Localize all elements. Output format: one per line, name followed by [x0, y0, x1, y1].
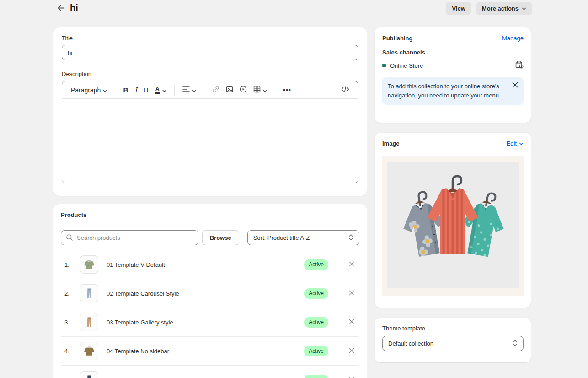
products-heading: Products [61, 211, 359, 218]
table-icon [253, 86, 261, 94]
search-icon [66, 234, 73, 243]
show-html-button[interactable] [339, 84, 352, 96]
chevron-down-icon [263, 86, 267, 94]
image-card: Image Edit [375, 133, 531, 308]
row-index: 1. [64, 261, 75, 268]
chevron-down-icon [103, 86, 107, 94]
more-actions-button[interactable]: More actions [476, 2, 532, 15]
chevron-down-icon [522, 5, 526, 12]
schedule-publish-button[interactable] [515, 61, 524, 70]
remove-product-button[interactable] [347, 318, 356, 326]
theme-template-select[interactable]: Default collection [382, 336, 524, 351]
toolbar-divider [115, 85, 115, 96]
status-badge: Active [304, 375, 328, 378]
browse-button[interactable]: Browse [202, 230, 239, 245]
publishing-heading: Publishing [382, 35, 412, 42]
product-name: 04 Template No sidebar [107, 348, 304, 355]
theme-template-card: Theme template Default collection [375, 318, 531, 362]
close-icon [349, 348, 354, 355]
toolbar-divider [174, 85, 175, 96]
underline-button[interactable]: U [141, 85, 150, 96]
remove-product-button[interactable] [347, 376, 356, 378]
sort-select[interactable]: Sort: Product title A-Z [247, 230, 359, 245]
image-heading: Image [382, 140, 400, 147]
product-thumbnail [80, 255, 98, 274]
status-badge: Active [304, 317, 328, 328]
remove-product-button[interactable] [347, 347, 356, 355]
table-row: 5. 06 Product with right sidebar Active [61, 366, 359, 378]
channel-name: Online Store [390, 62, 423, 69]
product-thumbnail [80, 313, 98, 331]
product-thumbnail [80, 371, 98, 378]
text-color-button[interactable]: A [152, 84, 169, 96]
link-icon [212, 86, 219, 94]
table-row: 1. 01 Template V-Default Active [61, 250, 359, 279]
toolbar-divider [204, 85, 204, 96]
bold-button[interactable]: B [121, 84, 130, 96]
status-badge: Active [304, 259, 328, 270]
navigation-info-banner: To add this collection to your online st… [382, 77, 524, 105]
products-card: Products Browse Sort: Product title A-Z … [53, 204, 367, 378]
product-thumbnail [80, 284, 98, 302]
publishing-card: Publishing Manage Sales channels Online … [375, 27, 531, 123]
link-button[interactable] [210, 84, 222, 96]
description-label: Description [62, 70, 358, 77]
align-left-icon [182, 86, 190, 94]
chevron-down-icon [519, 140, 524, 147]
title-input[interactable] [62, 45, 358, 60]
header-actions: View More actions [446, 2, 532, 15]
collection-edit-page: hi View More actions Title Description P… [0, 0, 588, 378]
video-play-icon [240, 86, 247, 94]
product-name: 01 Template V-Default [107, 261, 304, 268]
update-your-menu-link[interactable]: update your menu [451, 91, 499, 100]
theme-template-label: Theme template [382, 325, 524, 332]
updown-chevrons-icon [348, 234, 353, 242]
title-label: Title [62, 35, 358, 42]
view-button[interactable]: View [446, 2, 471, 15]
product-list: 1. 01 Template V-Default Active 2. 02 Te… [61, 250, 359, 378]
image-icon [226, 86, 233, 94]
updown-chevrons-icon [513, 340, 518, 348]
products-controls: Browse Sort: Product title A-Z [61, 230, 359, 245]
details-card: Title Description Paragraph B I U A [53, 27, 367, 196]
row-index: 2. [64, 290, 75, 297]
more-formatting-button[interactable]: ••• [281, 85, 294, 96]
top-header: hi View More actions [0, 0, 588, 20]
dismiss-banner-button[interactable] [511, 81, 519, 90]
editor-toolbar: Paragraph B I U A [62, 81, 358, 99]
close-icon [349, 290, 354, 297]
close-icon [349, 261, 354, 268]
remove-product-button[interactable] [347, 289, 356, 297]
remove-product-button[interactable] [347, 260, 356, 269]
channel-active-dot [382, 64, 386, 67]
italic-button[interactable]: I [132, 84, 139, 96]
description-textarea[interactable] [62, 99, 358, 183]
page-title: hi [70, 3, 78, 13]
table-row: 3. 03 Template Gallery style Active [61, 308, 359, 337]
chevron-down-icon [192, 86, 196, 94]
close-icon [512, 82, 518, 89]
back-button[interactable] [55, 3, 67, 15]
collection-image [382, 157, 524, 296]
toolbar-divider [275, 85, 275, 96]
insert-image-button[interactable] [224, 84, 235, 96]
product-thumbnail [80, 342, 98, 360]
manage-link[interactable]: Manage [502, 35, 524, 42]
close-icon [349, 319, 354, 326]
table-row: 2. 02 Template Carousel Style Active [61, 279, 359, 308]
alignment-button[interactable] [180, 84, 198, 96]
insert-video-button[interactable] [237, 84, 249, 96]
description-editor: Paragraph B I U A [62, 81, 358, 183]
product-name: 02 Template Carousel Style [107, 290, 304, 297]
status-badge: Active [304, 346, 328, 356]
chevron-down-icon [162, 86, 166, 94]
paragraph-style-dropdown[interactable]: Paragraph [69, 85, 109, 96]
channel-row: Online Store [382, 61, 524, 70]
row-index: 4. [64, 348, 75, 355]
arrow-left-icon [57, 5, 65, 13]
search-products-input[interactable] [61, 230, 198, 245]
table-row: 4. 04 Template No sidebar Active [61, 337, 359, 366]
edit-image-link[interactable]: Edit [507, 140, 524, 147]
insert-table-button[interactable] [251, 84, 269, 96]
calendar-clock-icon [515, 61, 524, 70]
